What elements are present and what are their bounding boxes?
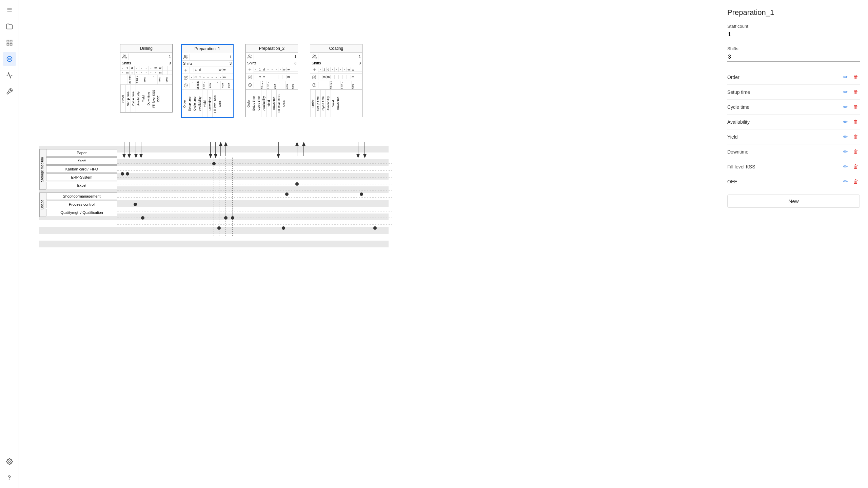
svg-point-7 <box>123 55 124 56</box>
coating-add-icon[interactable] <box>310 67 318 73</box>
left-panel: Storage medium Paper Staff Kanban card /… <box>39 149 117 218</box>
property-cycle-time-name: Cycle time <box>727 104 842 110</box>
property-availability: Availability ✏ 🗑 <box>727 115 860 129</box>
preparation1-edit-icon[interactable] <box>182 75 190 80</box>
downtime-delete-button[interactable]: 🗑 <box>852 148 860 156</box>
coating-title: Coating <box>310 44 362 53</box>
preparation2-columns: Order Setup time Cycle time Availability… <box>246 89 298 117</box>
property-fill-level-name: Fill level KSS <box>727 164 842 169</box>
availability-delete-button[interactable]: 🗑 <box>852 118 860 126</box>
svg-marker-39 <box>296 142 298 146</box>
fill-level-delete-button[interactable]: 🗑 <box>852 163 860 170</box>
preparation1-edit-row: - m m - - - - - m <box>182 74 233 81</box>
preparation2-edit-row: - m m - - - - - m <box>246 74 298 81</box>
process-drilling[interactable]: Drilling 1 Shifts 3 - <box>117 44 175 113</box>
canvas-area[interactable]: Storage medium Paper Staff Kanban card /… <box>19 0 719 488</box>
property-cycle-time: Cycle time ✏ 🗑 <box>727 100 860 115</box>
order-delete-button[interactable]: 🗑 <box>852 73 860 81</box>
chart-icon[interactable] <box>3 68 16 82</box>
storage-item-kanban[interactable]: Kanban card / FIFO <box>46 165 117 173</box>
storage-item-erp[interactable]: ERP-System <box>46 174 117 181</box>
preparation1-staff-row: 1 <box>182 53 233 61</box>
shifts-input[interactable] <box>727 53 860 62</box>
usage-item-process-control[interactable]: Process control <box>46 201 117 208</box>
oee-delete-button[interactable]: 🗑 <box>852 178 860 185</box>
svg-rect-1 <box>10 40 12 42</box>
process-coating[interactable]: Coating 1 Shifts 3 <box>307 44 365 117</box>
storage-medium-label: Storage medium <box>39 149 46 190</box>
drilling-shifts-value: 3 <box>169 61 171 65</box>
svg-rect-0 <box>7 40 9 42</box>
canvas: Storage medium Paper Staff Kanban card /… <box>19 0 392 278</box>
right-panel: Preparation_1 Staff count: Shifts: Order… <box>719 0 868 488</box>
preparation2-metrics-row: ' 35 min 7:20 s 80% ' 40% 60% <box>246 81 298 89</box>
process-preparation2[interactable]: Preparation_2 1 Shifts 3 <box>243 44 301 117</box>
drilling-shift-detail-1: - 1 d - - - - w w <box>120 66 172 70</box>
dashboard-icon[interactable] <box>3 36 16 49</box>
staff-count-input[interactable] <box>727 30 860 39</box>
coating-edit-icon[interactable] <box>310 75 318 80</box>
usage-section: Usage Shopfloormanagement Process contro… <box>39 192 117 217</box>
main-area: Storage medium Paper Staff Kanban card /… <box>19 0 868 488</box>
usage-item-quality[interactable]: Qualitymgt. / Qualification <box>46 209 117 216</box>
preparation2-add-icon[interactable] <box>246 67 254 73</box>
drilling-staff-value: 1 <box>129 54 172 59</box>
preparation1-staff-value: 1 <box>190 54 233 60</box>
svg-point-12 <box>248 55 250 56</box>
svg-marker-35 <box>224 142 227 146</box>
property-yield-name: Yield <box>727 134 842 140</box>
preparation2-staff-icon <box>246 54 254 60</box>
svg-marker-41 <box>302 142 305 146</box>
yield-edit-button[interactable]: ✏ <box>842 133 849 141</box>
folder-icon[interactable] <box>3 20 16 33</box>
preparation2-clock-icon <box>246 82 254 88</box>
preparation1-plus-row: - 1 d - - - - w w <box>182 66 233 74</box>
storage-item-staff[interactable]: Staff <box>46 157 117 165</box>
property-oee: OEE ✏ 🗑 <box>727 174 860 189</box>
setup-time-delete-button[interactable]: 🗑 <box>852 88 860 96</box>
downtime-edit-button[interactable]: ✏ <box>842 148 849 156</box>
coating-columns: Order Setup time Cycle time Availability… <box>310 89 362 117</box>
question-icon[interactable]: ? <box>3 471 16 485</box>
svg-point-5 <box>8 58 10 60</box>
yield-delete-button[interactable]: 🗑 <box>852 133 860 141</box>
wrench-icon[interactable] <box>3 85 16 98</box>
svg-rect-2 <box>7 43 9 45</box>
drilling-staff-row: 1 <box>120 53 172 60</box>
usage-items: Shopfloormanagement Process control Qual… <box>46 192 117 217</box>
process-box-preparation1: Preparation_1 1 Shifts 3 <box>181 44 234 118</box>
preparation1-staff-icon <box>182 54 190 60</box>
staff-count-label: Staff count: <box>727 24 860 29</box>
svg-rect-3 <box>10 43 12 45</box>
availability-edit-button[interactable]: ✏ <box>842 118 849 126</box>
menu-icon[interactable]: ☰ <box>3 3 16 17</box>
storage-item-excel[interactable]: Excel <box>46 182 117 189</box>
property-fill-level: Fill level KSS ✏ 🗑 <box>727 159 860 174</box>
preparation1-add-icon[interactable] <box>182 67 190 73</box>
preparation2-edit-icon[interactable] <box>246 75 254 80</box>
oee-edit-button[interactable]: ✏ <box>842 178 849 185</box>
gear-icon[interactable] <box>3 455 16 468</box>
usage-label: Usage <box>39 192 46 217</box>
process-box-preparation2: Preparation_2 1 Shifts 3 <box>245 44 298 117</box>
coating-metrics-row: ' 35 min 7:20 s 80% <box>310 81 362 89</box>
preparation2-title: Preparation_2 <box>246 44 298 53</box>
setup-time-edit-button[interactable]: ✏ <box>842 88 849 96</box>
svg-marker-33 <box>219 142 222 146</box>
storage-medium-section: Storage medium Paper Staff Kanban card /… <box>39 149 117 190</box>
usage-item-shopfloor[interactable]: Shopfloormanagement <box>46 192 117 200</box>
panel-title: Preparation_1 <box>727 8 860 17</box>
property-oee-name: OEE <box>727 179 842 184</box>
cycle-time-delete-button[interactable]: 🗑 <box>852 103 860 111</box>
process-preparation1[interactable]: Preparation_1 1 Shifts 3 <box>178 44 236 118</box>
svg-point-6 <box>8 461 10 463</box>
cycle-time-edit-button[interactable]: ✏ <box>842 103 849 111</box>
property-downtime: Downtime ✏ 🗑 <box>727 144 860 159</box>
property-order-actions: ✏ 🗑 <box>842 73 860 81</box>
fill-level-edit-button[interactable]: ✏ <box>842 163 849 170</box>
new-button[interactable]: New <box>727 195 860 208</box>
storage-item-paper[interactable]: Paper <box>46 149 117 157</box>
preparation2-plus-row: - 1 d - - - - w w <box>246 66 298 74</box>
order-edit-button[interactable]: ✏ <box>842 73 849 81</box>
settings-circle-icon[interactable] <box>3 52 16 66</box>
